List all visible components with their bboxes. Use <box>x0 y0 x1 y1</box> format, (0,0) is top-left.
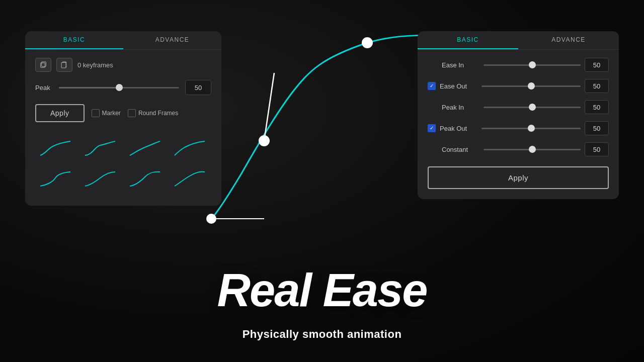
peak-label: Peak <box>35 84 53 92</box>
svg-rect-6 <box>42 62 46 66</box>
peak-out-row: Peak Out 50 <box>428 121 609 135</box>
tab-basic-left[interactable]: BASIC <box>25 31 123 49</box>
ease-in-value[interactable]: 50 <box>585 58 609 72</box>
peak-in-value[interactable]: 50 <box>585 100 609 114</box>
curve-preset-4[interactable] <box>170 134 210 162</box>
round-frames-label: Round Frames <box>138 110 178 117</box>
curve-preset-8[interactable] <box>170 165 210 193</box>
peak-in-row: Peak In 50 <box>428 100 609 114</box>
tab-advance-right[interactable]: ADVANCE <box>518 31 619 49</box>
curve-preset-5[interactable] <box>35 165 75 193</box>
marker-label: Marker <box>102 110 121 117</box>
copy-icon <box>39 61 47 69</box>
round-frames-checkbox[interactable] <box>128 109 136 117</box>
constant-value[interactable]: 50 <box>585 142 609 156</box>
keyframe-row: 0 keyframes <box>35 58 211 72</box>
peak-in-label: Peak In <box>442 104 479 111</box>
peak-out-checkbox[interactable] <box>428 124 436 132</box>
ease-in-label: Ease In <box>442 61 479 69</box>
paste-icon <box>60 61 68 69</box>
svg-point-3 <box>362 38 372 48</box>
ease-out-slider[interactable] <box>481 85 581 87</box>
curve-presets-grid <box>35 131 211 198</box>
curve-preset-2[interactable] <box>80 134 120 162</box>
constant-slider[interactable] <box>484 149 581 150</box>
right-panel-tabs: BASIC ADVANCE <box>418 31 619 50</box>
right-panel-body: Ease In 50 Ease Out 50 Peak In 50 <box>418 50 619 199</box>
peak-in-slider[interactable] <box>484 107 581 108</box>
peak-out-slider[interactable] <box>481 128 581 129</box>
round-frames-checkbox-label[interactable]: Round Frames <box>128 109 178 117</box>
left-panel-tabs: BASIC ADVANCE <box>25 31 221 50</box>
peak-out-value[interactable]: 50 <box>585 121 609 135</box>
ease-out-value[interactable]: 50 <box>585 79 609 93</box>
peak-slider-track[interactable] <box>59 87 179 88</box>
keyframe-icon-btn-1[interactable] <box>35 58 51 72</box>
left-panel-body: 0 keyframes Peak 50 Apply Marker Round F… <box>25 50 221 206</box>
svg-point-2 <box>259 136 269 146</box>
constant-row: Constant 50 <box>428 142 609 156</box>
svg-point-4 <box>207 214 216 223</box>
ease-in-slider[interactable] <box>484 64 581 66</box>
action-row: Apply Marker Round Frames <box>35 104 211 122</box>
svg-rect-7 <box>61 62 66 68</box>
tab-advance-left[interactable]: ADVANCE <box>123 31 221 49</box>
curve-preset-7[interactable] <box>125 165 165 193</box>
curve-preset-6[interactable] <box>80 165 120 193</box>
curve-preset-1[interactable] <box>35 134 75 162</box>
ease-out-label: Ease Out <box>440 82 477 90</box>
peak-value[interactable]: 50 <box>185 80 211 95</box>
peak-slider-row: Peak 50 <box>35 80 211 95</box>
main-title: Real Ease <box>217 264 427 317</box>
subtitle: Physically smooth animation <box>243 328 402 341</box>
marker-checkbox[interactable] <box>92 109 100 117</box>
svg-rect-5 <box>41 63 45 67</box>
right-panel: BASIC ADVANCE Ease In 50 Ease Out 50 Pea… <box>418 31 619 199</box>
ease-out-checkbox[interactable] <box>428 82 436 90</box>
keyframe-icon-btn-2[interactable] <box>56 58 72 72</box>
apply-button-right[interactable]: Apply <box>428 166 609 189</box>
ease-in-row: Ease In 50 <box>428 58 609 72</box>
keyframe-count: 0 keyframes <box>77 61 113 69</box>
apply-button-left[interactable]: Apply <box>35 104 85 122</box>
constant-label: Constant <box>442 146 479 153</box>
ease-out-row: Ease Out 50 <box>428 79 609 93</box>
marker-checkbox-label[interactable]: Marker <box>92 109 121 117</box>
curve-preset-3[interactable] <box>125 134 165 162</box>
peak-out-label: Peak Out <box>440 125 477 132</box>
tab-basic-right[interactable]: BASIC <box>418 31 518 49</box>
svg-line-0 <box>264 73 274 141</box>
left-panel: BASIC ADVANCE 0 keyframes Peak <box>25 31 221 206</box>
